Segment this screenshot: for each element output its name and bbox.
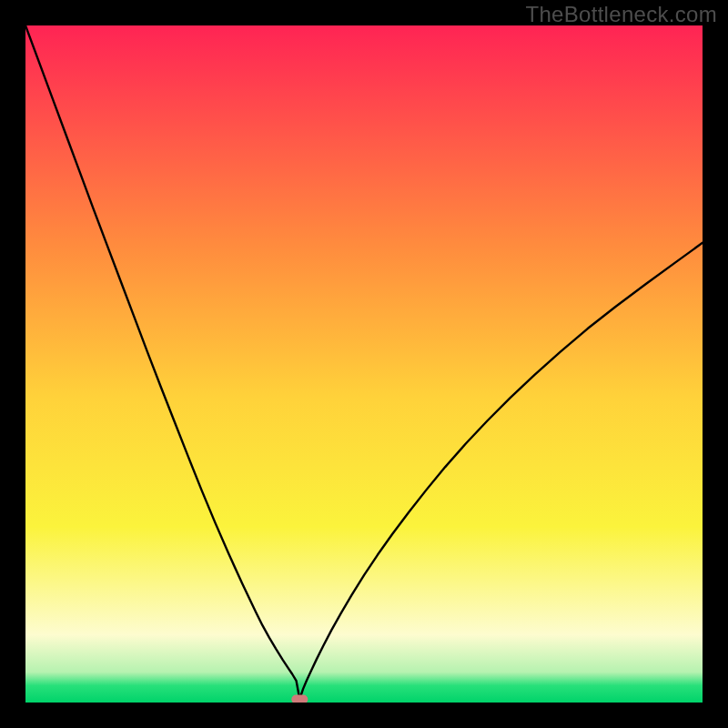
- watermark-text: TheBottleneck.com: [525, 2, 717, 27]
- bottleneck-plot: [25, 25, 703, 703]
- chart-frame: TheBottleneck.com: [0, 0, 728, 728]
- gradient-background: [25, 25, 703, 703]
- optimal-marker: [291, 695, 308, 703]
